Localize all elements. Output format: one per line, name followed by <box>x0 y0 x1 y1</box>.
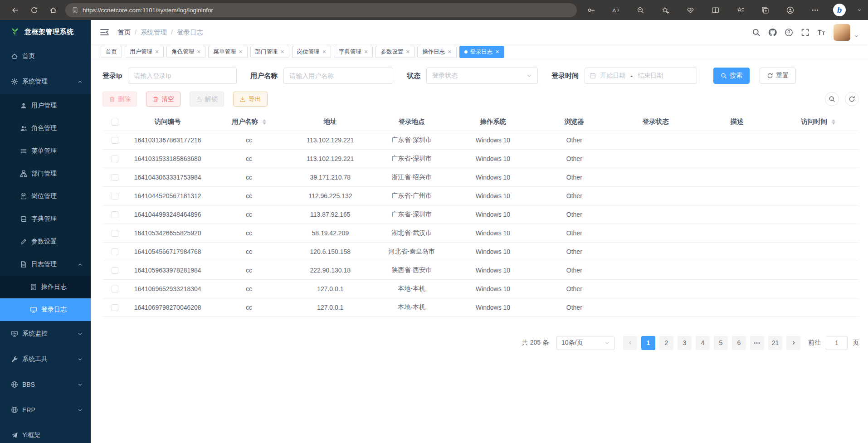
breadcrumb-home[interactable]: 首页 <box>117 28 131 37</box>
table-row[interactable]: 1641069652933218304cc127.0.0.1本地-本机Windo… <box>102 279 859 298</box>
sidebar-item-sys-tools[interactable]: 系统工具 <box>0 346 91 372</box>
favorites-icon[interactable] <box>733 3 747 17</box>
search-button[interactable]: 搜索 <box>713 68 750 84</box>
collections-icon[interactable] <box>758 3 772 17</box>
page-button-6[interactable]: 6 <box>732 336 746 350</box>
next-page-button[interactable] <box>786 336 800 350</box>
sort-icon[interactable] <box>263 119 266 125</box>
page-jump-input[interactable] <box>826 336 848 350</box>
table-row[interactable]: 1641031533185863680cc113.102.129.221广东省-… <box>102 149 859 168</box>
table-row[interactable]: 1641059633978281984cc222.90.130.18陕西省-西安… <box>102 261 859 279</box>
close-tab-icon[interactable]: × <box>322 49 326 55</box>
bing-copilot-icon[interactable]: b <box>833 4 846 16</box>
row-checkbox[interactable] <box>112 248 118 255</box>
close-tab-icon[interactable]: × <box>496 49 499 55</box>
login-time-range[interactable]: 开始日期 - 结束日期 <box>585 68 697 84</box>
address-bar[interactable]: https://ccnetcore.com:1101/system/log/lo… <box>65 3 577 17</box>
tab-param-settings[interactable]: 参数设置 × <box>375 46 414 58</box>
sidebar-item-sys-monitor[interactable]: 系统监控 <box>0 321 91 346</box>
close-tab-icon[interactable]: × <box>281 49 284 55</box>
row-checkbox[interactable] <box>112 286 118 292</box>
clear-button[interactable]: 清空 <box>146 92 180 107</box>
page-size-select[interactable]: 10条/页 <box>556 336 614 350</box>
profile-icon[interactable] <box>783 3 797 17</box>
row-checkbox[interactable] <box>112 304 118 311</box>
home-button[interactable] <box>46 3 60 17</box>
sidebar-item-yi-framework[interactable]: Yi框架 <box>0 423 91 443</box>
table-row[interactable]: 1641069798270046208cc127.0.0.1本地-本机Windo… <box>102 298 859 316</box>
tab-home[interactable]: 首页 <box>101 46 122 58</box>
table-search-button[interactable] <box>825 92 839 106</box>
page-button-3[interactable]: 3 <box>678 336 692 350</box>
row-checkbox[interactable] <box>112 174 118 181</box>
tab-role-mgmt[interactable]: 角色管理 × <box>166 46 205 58</box>
table-refresh-button[interactable] <box>845 92 859 106</box>
sidebar-item-op-log[interactable]: 操作日志 <box>0 276 91 298</box>
favorite-add-icon[interactable] <box>659 3 673 17</box>
close-tab-icon[interactable]: × <box>406 49 410 55</box>
app-logo[interactable]: 意框架管理系统 <box>0 20 91 44</box>
search-icon[interactable] <box>752 28 761 37</box>
tab-dept-mgmt[interactable]: 部门管理 × <box>250 46 289 58</box>
row-checkbox[interactable] <box>112 267 118 274</box>
fontsize-icon[interactable] <box>817 28 826 37</box>
sidebar-item-log-mgmt[interactable]: 日志管理 <box>0 253 91 276</box>
page-button-2[interactable]: 2 <box>659 336 673 350</box>
sidebar-item-menu-mgmt[interactable]: 菜单管理 <box>0 140 91 162</box>
back-button[interactable] <box>8 3 22 17</box>
user-avatar[interactable] <box>834 24 850 41</box>
sidebar-item-role-mgmt[interactable]: 角色管理 <box>0 117 91 140</box>
tab-op-log[interactable]: 操作日志 × <box>417 46 456 58</box>
username-input[interactable] <box>283 68 393 84</box>
table-row[interactable]: 1641044993248464896cc113.87.92.165广东省-深圳… <box>102 205 859 224</box>
row-checkbox[interactable] <box>112 230 118 237</box>
sidebar-item-erp[interactable]: ERP <box>0 397 91 423</box>
github-icon[interactable] <box>768 28 777 37</box>
more-pages-button[interactable]: ••• <box>750 336 764 350</box>
column-header[interactable]: 用户名称 <box>208 113 289 131</box>
row-checkbox[interactable] <box>112 193 118 200</box>
delete-button[interactable]: 删除 <box>102 92 137 107</box>
sidebar-item-home[interactable]: 首页 <box>0 44 91 69</box>
column-header[interactable]: 访问时间 <box>778 113 859 131</box>
close-tab-icon[interactable]: × <box>364 49 368 55</box>
read-aloud-icon[interactable]: A <box>609 3 623 17</box>
more-icon[interactable] <box>808 3 822 17</box>
sidebar-item-bbs[interactable]: BBS <box>0 372 91 397</box>
help-icon[interactable] <box>785 28 793 37</box>
breadcrumb-system-mgmt[interactable]: 系统管理 <box>141 28 167 37</box>
split-screen-icon[interactable] <box>709 3 722 17</box>
sidebar-item-dept-mgmt[interactable]: 部门管理 <box>0 162 91 185</box>
row-checkbox[interactable] <box>112 211 118 218</box>
avatar-caret-icon[interactable] <box>854 34 859 39</box>
table-row[interactable]: 1641044520567181312cc112.96.225.132广东省-广… <box>102 186 859 205</box>
fullscreen-icon[interactable] <box>801 28 809 37</box>
table-row[interactable]: 1641031367863177216cc113.102.129.221广东省-… <box>102 131 859 149</box>
status-select[interactable]: 登录状态 <box>426 68 538 84</box>
sidebar-item-dict-mgmt[interactable]: 字典管理 <box>0 208 91 230</box>
collapse-menu-icon[interactable] <box>100 28 109 36</box>
prev-page-button[interactable] <box>623 336 637 350</box>
essentials-icon[interactable] <box>684 3 697 17</box>
login-ip-input[interactable] <box>128 68 237 84</box>
sidebar-item-login-log[interactable]: 登录日志 <box>0 298 91 321</box>
refresh-button[interactable] <box>27 3 41 17</box>
sidebar-item-user-mgmt[interactable]: 用户管理 <box>0 94 91 117</box>
close-tab-icon[interactable]: × <box>448 49 451 55</box>
tab-dict-mgmt[interactable]: 字典管理 × <box>334 46 373 58</box>
unlock-button[interactable]: 解锁 <box>190 92 224 107</box>
zoom-icon[interactable] <box>634 3 648 17</box>
table-row[interactable]: 1641054566717984768cc120.6.150.158河北省-秦皇… <box>102 242 859 261</box>
export-button[interactable]: 导出 <box>233 92 268 107</box>
tab-login-log[interactable]: 登录日志 × <box>459 46 504 58</box>
page-button-21[interactable]: 21 <box>768 336 782 350</box>
breadcrumb-login-log[interactable]: 登录日志 <box>177 28 203 37</box>
sidebar-item-system-mgmt[interactable]: 系统管理 <box>0 69 91 94</box>
page-button-5[interactable]: 5 <box>714 336 728 350</box>
table-row[interactable]: 1641043063331753984cc39.171.210.78浙江省-绍兴… <box>102 168 859 186</box>
reset-button[interactable]: 重置 <box>760 68 796 84</box>
tab-user-mgmt[interactable]: 用户管理 × <box>125 46 164 58</box>
tab-post-mgmt[interactable]: 岗位管理 × <box>292 46 331 58</box>
row-checkbox[interactable] <box>112 137 118 144</box>
close-tab-icon[interactable]: × <box>239 49 242 55</box>
